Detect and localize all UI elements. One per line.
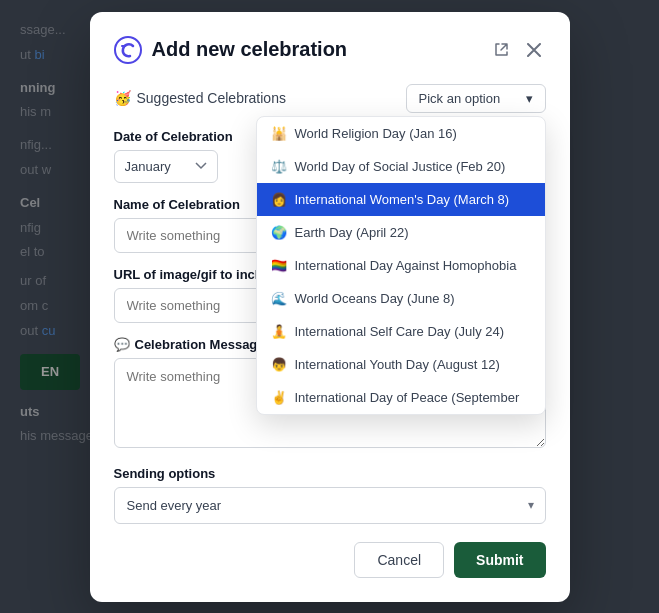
item-emoji-2: 👩 bbox=[271, 192, 287, 207]
submit-button[interactable]: Submit bbox=[454, 542, 545, 578]
month-select[interactable]: January February March April May June Ju… bbox=[114, 150, 218, 183]
item-emoji-5: 🌊 bbox=[271, 291, 287, 306]
item-emoji-8: ✌️ bbox=[271, 390, 287, 405]
item-emoji-7: 👦 bbox=[271, 357, 287, 372]
sending-wrapper: Send every year Send once Send every mon… bbox=[114, 487, 546, 524]
dropdown-item-8[interactable]: ✌️ International Day of Peace (September bbox=[257, 381, 545, 414]
svg-point-0 bbox=[115, 37, 141, 63]
dropdown-item-1[interactable]: ⚖️ World Day of Social Justice (Feb 20) bbox=[257, 150, 545, 183]
sending-section: Sending options Send every year Send onc… bbox=[114, 466, 546, 524]
cancel-button[interactable]: Cancel bbox=[354, 542, 444, 578]
dropdown-item-4[interactable]: 🏳️‍🌈 International Day Against Homophobi… bbox=[257, 249, 545, 282]
item-emoji-4: 🏳️‍🌈 bbox=[271, 258, 287, 273]
sending-label: Sending options bbox=[114, 466, 546, 481]
message-emoji: 💬 bbox=[114, 337, 130, 352]
dropdown-item-5[interactable]: 🌊 World Oceans Day (June 8) bbox=[257, 282, 545, 315]
dropdown-item-3[interactable]: 🌍 Earth Day (April 22) bbox=[257, 216, 545, 249]
modal-header: Add new celebration bbox=[114, 36, 546, 64]
suggested-label: 🥳 Suggested Celebrations bbox=[114, 90, 286, 106]
suggested-emoji: 🥳 bbox=[114, 90, 131, 106]
modal-backdrop: Add new celebration 🥳 Suggested Celebrat bbox=[0, 0, 659, 613]
item-emoji-3: 🌍 bbox=[271, 225, 287, 240]
dropdown-item-6[interactable]: 🧘 International Self Care Day (July 24) bbox=[257, 315, 545, 348]
modal: Add new celebration 🥳 Suggested Celebrat bbox=[90, 12, 570, 602]
external-link-button[interactable] bbox=[490, 38, 514, 62]
app-logo bbox=[114, 36, 142, 64]
dropdown-chevron-icon: ▾ bbox=[526, 91, 533, 106]
suggested-dropdown-trigger[interactable]: Pick an option ▾ bbox=[406, 84, 546, 113]
item-emoji-6: 🧘 bbox=[271, 324, 287, 339]
modal-footer: Cancel Submit bbox=[114, 542, 546, 578]
dropdown-item-7[interactable]: 👦 International Youth Day (August 12) bbox=[257, 348, 545, 381]
modal-actions bbox=[490, 38, 546, 62]
close-button[interactable] bbox=[522, 38, 546, 62]
dropdown-item-2[interactable]: 👩 International Women's Day (March 8) bbox=[257, 183, 545, 216]
item-emoji-0: 🕌 bbox=[271, 126, 287, 141]
suggested-row: 🥳 Suggested Celebrations Pick an option … bbox=[114, 84, 546, 113]
sending-select[interactable]: Send every year Send once Send every mon… bbox=[114, 487, 546, 524]
suggested-dropdown-menu: 🕌 World Religion Day (Jan 16) ⚖️ World D… bbox=[256, 116, 546, 415]
dropdown-item-0[interactable]: 🕌 World Religion Day (Jan 16) bbox=[257, 117, 545, 150]
modal-title: Add new celebration bbox=[152, 38, 480, 61]
item-emoji-1: ⚖️ bbox=[271, 159, 287, 174]
suggested-dropdown-wrapper: Pick an option ▾ 🕌 World Religion Day (J… bbox=[406, 84, 546, 113]
